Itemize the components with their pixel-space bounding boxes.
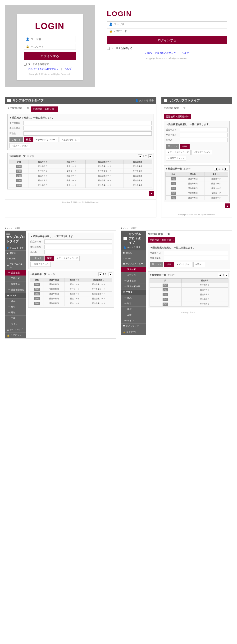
table-cell[interactable]: 詳細	[166, 186, 181, 191]
detail-button[interactable]: 詳細	[171, 177, 176, 180]
table-cell[interactable]: 詳細	[9, 169, 28, 174]
table-cell[interactable]: 詳細	[9, 174, 28, 178]
wide-sitemap[interactable]: ☷ サイトマップ	[121, 324, 146, 329]
table-cell[interactable]: 詳細	[150, 302, 182, 306]
add-action-btn-narrow[interactable]: ＋追加アクション	[192, 150, 212, 155]
password-input[interactable]	[31, 45, 74, 48]
remember-checkbox[interactable]	[24, 63, 26, 66]
wide-product[interactable]: 一 商品	[121, 295, 146, 301]
scroll-top-button[interactable]: ▲	[149, 191, 154, 196]
sidebar-item-sitemap[interactable]: ☷ サイトマップ	[5, 327, 26, 333]
detail-button[interactable]: 詳細	[16, 179, 22, 182]
download-btn-sb[interactable]: ▼データダウンロード	[55, 256, 80, 261]
input-company-sb[interactable]	[44, 245, 112, 249]
password-input-small[interactable]	[114, 30, 225, 32]
search-button-narrow[interactable]: 検索	[180, 144, 190, 149]
detail-button[interactable]: 詳細	[162, 288, 168, 292]
table-cell[interactable]: 詳細	[166, 191, 181, 196]
input-date-sb[interactable]	[44, 240, 112, 244]
sidebar-item-labor[interactable]: 一 工数分析	[5, 276, 26, 282]
reset-button-narrow[interactable]: リセット	[166, 144, 179, 149]
sidebar-item-trade[interactable]: 一 取引	[5, 304, 26, 310]
wide-logout[interactable]: 🔒 ログアウト	[121, 329, 146, 335]
next-sb[interactable]: ▶	[108, 272, 112, 276]
prev-wide[interactable]: ◀	[218, 273, 222, 277]
table-cell[interactable]: 詳細	[166, 182, 181, 186]
search-btn-sb[interactable]: 検索	[44, 256, 54, 261]
input-product-narrow[interactable]	[180, 138, 228, 142]
detail-button[interactable]: 詳細	[171, 187, 176, 190]
detail-button[interactable]: 詳細	[162, 293, 168, 296]
sidebar-hamburger[interactable]	[6, 232, 23, 235]
wide-home[interactable]: ⌂ HOME	[121, 256, 146, 261]
reset-btn-sb[interactable]: リセット	[30, 256, 44, 261]
login-button[interactable]: ログインする	[24, 52, 76, 60]
input-date-narrow[interactable]	[180, 128, 228, 132]
detail-button[interactable]: 詳細	[34, 288, 40, 291]
sidebar-item-line[interactable]: 一 ライン	[5, 321, 26, 327]
scroll-top-button-narrow[interactable]: ▲	[225, 204, 230, 208]
detail-button[interactable]: 詳細	[34, 297, 40, 300]
input-product-sb[interactable]	[44, 250, 112, 254]
detail-button[interactable]: 詳細	[16, 170, 22, 172]
detail-button[interactable]: 詳細	[162, 298, 168, 301]
sidebar-item-estimate[interactable]: 一 案書提示	[5, 282, 26, 287]
wide-construction[interactable]: 一 工種	[121, 312, 146, 318]
detail-button[interactable]: 詳細	[162, 302, 168, 306]
input-product[interactable]	[24, 131, 152, 136]
wide-line[interactable]: 一 ライン	[121, 318, 146, 324]
detail-button[interactable]: 詳細	[34, 292, 40, 296]
table-cell[interactable]: 詳細	[30, 301, 44, 306]
wide-order-search[interactable]: 一 受注検索	[121, 267, 146, 272]
next-wide[interactable]: ▶	[225, 273, 228, 277]
table-cell[interactable]: 詳細	[30, 287, 44, 292]
add-action-btn-narrow2[interactable]: ＋追加アクション	[166, 156, 186, 161]
detail-button[interactable]: 詳細	[34, 283, 40, 286]
sidebar-item-logout[interactable]: 🔒 ログアウト	[5, 333, 26, 338]
table-cell[interactable]: 詳細	[166, 196, 181, 200]
sidebar-item-construction[interactable]: 一 工種	[5, 316, 26, 321]
table-cell[interactable]: 詳細	[150, 288, 182, 292]
detail-button[interactable]: 詳細	[34, 302, 40, 305]
table-cell[interactable]: 詳細	[9, 183, 28, 188]
new-registration-button[interactable]: 受注検索・新規登録へ	[31, 106, 58, 112]
search-button[interactable]: 検索	[24, 137, 33, 142]
table-cell[interactable]: 詳細	[30, 292, 44, 296]
login-button-small[interactable]: ログインする	[107, 36, 227, 44]
add-action-btn-sb[interactable]: ＋追加アクション	[30, 262, 51, 267]
sidebar-item-home[interactable]: ⌂ HOME	[5, 256, 26, 261]
next-page-narrow[interactable]: ▶	[224, 167, 228, 171]
next-page-button[interactable]: ▶	[148, 154, 152, 158]
detail-button[interactable]: 詳細	[171, 196, 176, 200]
detail-button[interactable]: 詳細	[16, 165, 22, 168]
detail-button[interactable]: 詳細	[16, 184, 22, 187]
prev-page-narrow[interactable]: ◀	[214, 167, 218, 171]
table-cell[interactable]: 詳細	[30, 282, 44, 287]
add-wide[interactable]: ＋追加...	[194, 262, 205, 267]
wide-sample[interactable]: ☰ サンプルメニュー	[121, 261, 146, 267]
table-cell[interactable]: 詳細	[30, 296, 44, 301]
sidebar-item-order-register[interactable]: 一 受注検索検索	[5, 287, 26, 293]
table-cell[interactable]: 詳細	[9, 164, 28, 169]
table-cell[interactable]: 詳細	[9, 178, 28, 183]
wide-order-reg[interactable]: 一 受注検索検索	[121, 284, 146, 290]
wide-new-btn[interactable]: 受注検索・新規登録へ	[148, 237, 176, 242]
table-cell[interactable]: 詳細	[150, 297, 182, 302]
wide-region[interactable]: 一 地域	[121, 306, 146, 312]
sidebar-item-product[interactable]: 一 商品	[5, 298, 26, 304]
prev-page-button[interactable]: ◀	[138, 154, 142, 158]
sidebar-item-sample-menu[interactable]: ☰ サンプルメニュー	[5, 261, 26, 270]
wide-close[interactable]: ✖ 閉じる	[121, 250, 146, 256]
reset-button[interactable]: リセット	[10, 137, 23, 142]
sidebar-item-order-search[interactable]: 一 受注検索	[5, 270, 26, 276]
input-company-narrow[interactable]	[180, 133, 228, 137]
dl-wide[interactable]: ▼データダウ...	[175, 262, 192, 267]
username-input[interactable]	[31, 38, 74, 40]
search-wide[interactable]: 検索	[164, 262, 174, 267]
table-cell[interactable]: 詳細	[150, 283, 182, 288]
remember-checkbox-small[interactable]	[107, 47, 110, 50]
wide-hamburger[interactable]	[124, 237, 127, 240]
add-action-button2[interactable]: ＋追加アクション	[10, 143, 30, 148]
wide-estimate[interactable]: 一 案書提示	[121, 278, 146, 284]
table-cell[interactable]: 詳細	[166, 177, 181, 182]
